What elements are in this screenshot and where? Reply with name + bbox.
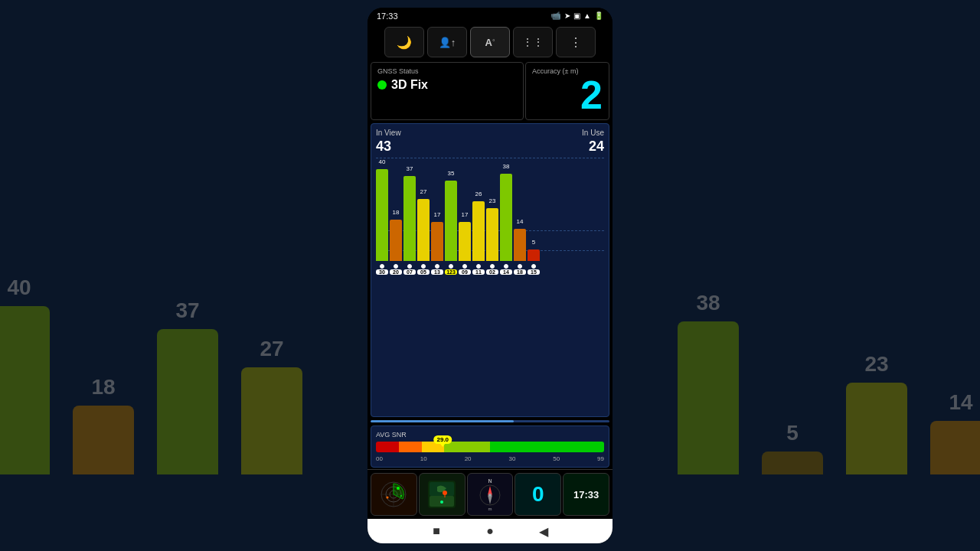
sat-id-item: 02 bbox=[486, 264, 498, 275]
compass-tab[interactable]: N m bbox=[467, 473, 514, 516]
sat-id-item: 09 bbox=[459, 264, 471, 275]
sat-id-label: 05 bbox=[417, 269, 430, 275]
satellite-bar: 23 bbox=[486, 208, 498, 261]
bg-bar-label: 27 bbox=[260, 337, 283, 361]
night-mode-button[interactable]: 🌙 bbox=[384, 27, 424, 57]
sat-dot bbox=[504, 264, 508, 269]
speed-value: 0 bbox=[532, 482, 544, 507]
home-button[interactable]: ● bbox=[482, 523, 498, 539]
sat-dot bbox=[518, 264, 522, 269]
accuracy-box: Accuracy (± m) 2 bbox=[525, 62, 609, 120]
bg-bar-rect bbox=[762, 452, 823, 474]
sat-chart: 40183727173517262338145 bbox=[376, 161, 604, 261]
bg-bar-rect bbox=[930, 421, 980, 474]
map-tab[interactable] bbox=[419, 473, 466, 516]
info-row: GNSS Status 3D Fix Accuracy (± m) 2 bbox=[368, 60, 612, 122]
bg-bar-label: 40 bbox=[7, 276, 31, 300]
bars-container: 40183727173517262338145 bbox=[376, 161, 604, 261]
back-button[interactable]: ◀ bbox=[536, 523, 551, 539]
bg-bar-item: 37 bbox=[157, 298, 218, 474]
sat-id-item: 14 bbox=[500, 264, 512, 275]
sat-dot bbox=[394, 264, 398, 269]
status-time: 17:33 bbox=[377, 11, 398, 21]
bg-bar-rect bbox=[0, 306, 50, 474]
bg-bar-label: 18 bbox=[91, 375, 115, 399]
gnss-box: GNSS Status 3D Fix bbox=[371, 62, 524, 120]
satellite-bar: 37 bbox=[403, 176, 416, 261]
bottom-nav: N m 0 17:33 bbox=[368, 469, 612, 519]
snr-scale-20: 20 bbox=[465, 455, 472, 462]
snr-scale-0: 00 bbox=[376, 455, 383, 462]
bg-bar-label: 5 bbox=[786, 421, 799, 445]
svg-point-17 bbox=[488, 494, 492, 497]
accuracy-value: 2 bbox=[532, 75, 603, 115]
snr-scale-30: 30 bbox=[508, 455, 515, 462]
bar-value: 17 bbox=[434, 211, 441, 218]
sat-id-label: 30 bbox=[376, 269, 388, 275]
bg-bar-label: 23 bbox=[864, 352, 888, 377]
sat-id-item: 123 bbox=[445, 264, 457, 275]
satellite-bar: 14 bbox=[514, 229, 526, 261]
sat-dot bbox=[462, 264, 467, 269]
bg-bar-rect bbox=[157, 329, 218, 474]
sat-dot bbox=[449, 264, 453, 269]
satellite-bar: 40 bbox=[376, 169, 388, 261]
bg-bar-item: 23 bbox=[846, 352, 907, 474]
sat-id-label: 123 bbox=[445, 269, 457, 275]
svg-point-13 bbox=[440, 500, 443, 504]
sat-id-item: 20 bbox=[390, 264, 402, 275]
android-nav: ■ ● ◀ bbox=[368, 519, 612, 543]
satellite-bar: 35 bbox=[445, 181, 457, 261]
bg-bar-item: 27 bbox=[241, 337, 302, 474]
bg-bar-rect bbox=[678, 321, 739, 474]
svg-point-5 bbox=[397, 487, 400, 490]
bar-value: 5 bbox=[532, 239, 535, 246]
snr-scale-10: 10 bbox=[420, 455, 427, 462]
satellite-bar: 17 bbox=[459, 222, 471, 261]
sat-id-item: 18 bbox=[514, 264, 526, 275]
sat-id-item: 13 bbox=[431, 264, 443, 275]
sat-dot bbox=[407, 264, 412, 269]
svg-point-7 bbox=[400, 495, 402, 497]
wifi-icon: ▲ bbox=[583, 11, 591, 20]
bg-bar-label: 37 bbox=[175, 298, 199, 323]
snr-header: AVG SNR bbox=[376, 431, 604, 439]
bg-bar-label: 14 bbox=[949, 390, 972, 415]
sat-header: In View In Use bbox=[376, 129, 604, 137]
radar-tab[interactable] bbox=[371, 473, 417, 516]
bar-value: 38 bbox=[503, 163, 510, 170]
sat-id-label: 15 bbox=[528, 269, 540, 275]
sat-dot bbox=[531, 264, 536, 269]
sat-id-item: 15 bbox=[528, 264, 540, 275]
bg-bar-rect bbox=[846, 383, 907, 474]
satellite-panel: In View In Use 43 24 4018372717351726233… bbox=[371, 123, 609, 417]
sat-id-label: 07 bbox=[403, 269, 416, 275]
bg-bar-item: 5 bbox=[762, 421, 823, 474]
person-button[interactable]: 👤↑ bbox=[427, 27, 467, 57]
sat-id-label: 20 bbox=[390, 269, 402, 275]
svg-point-6 bbox=[387, 497, 389, 499]
bar-value: 18 bbox=[393, 209, 400, 216]
scroll-bar-inner bbox=[371, 420, 514, 422]
snr-scale-99: 99 bbox=[597, 455, 604, 462]
bar-value: 37 bbox=[407, 165, 413, 172]
battery-icon: 🔋 bbox=[594, 11, 603, 20]
sat-id-label: 13 bbox=[431, 269, 443, 275]
sat-ids: 30 20 07 05 13 123 09 11 02 14 bbox=[376, 264, 604, 275]
status-bar: 17:33 📹 ➤ ▣ ▲ 🔋 bbox=[368, 8, 612, 24]
in-use-count: 24 bbox=[589, 139, 604, 155]
accuracy-button[interactable]: A° bbox=[470, 27, 510, 57]
speed-tab[interactable]: 0 bbox=[514, 473, 561, 516]
sat-id-label: 02 bbox=[486, 269, 498, 275]
bg-bar-rect bbox=[73, 406, 134, 474]
satellite-bar: 17 bbox=[431, 222, 443, 261]
sat-counts: 43 24 bbox=[376, 139, 604, 155]
time-tab[interactable]: 17:33 bbox=[563, 473, 609, 516]
in-view-count: 43 bbox=[376, 139, 391, 155]
in-use-label: In Use bbox=[582, 129, 604, 137]
stop-button[interactable]: ■ bbox=[429, 523, 444, 539]
sat-id-label: 18 bbox=[514, 269, 526, 275]
menu-button[interactable]: ⋮ bbox=[556, 27, 596, 57]
share-button[interactable]: ⋮⋮ bbox=[513, 27, 553, 57]
snr-scale-50: 50 bbox=[553, 455, 560, 462]
